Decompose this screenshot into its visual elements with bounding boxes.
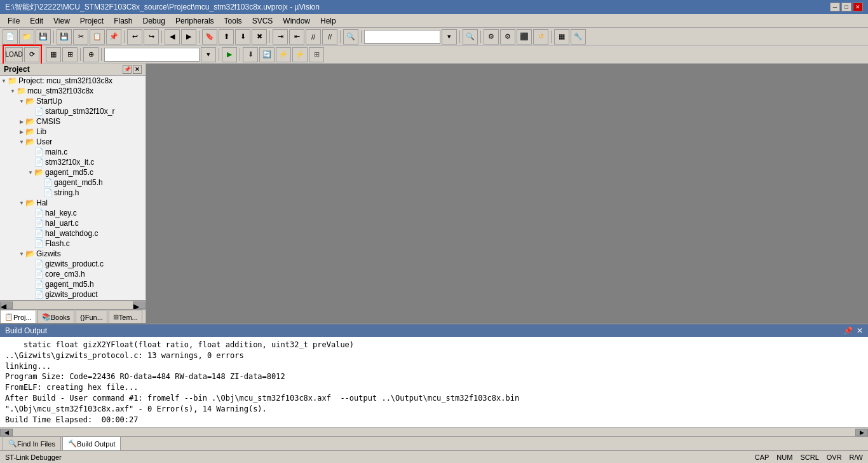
view-toggle[interactable]: ▦ [554, 29, 569, 45]
tree-expander[interactable]: ▼ [9, 86, 17, 95]
flash-download-btn[interactable]: ⬇ [243, 47, 258, 62]
tree-item[interactable]: 📄 Flash.c [0, 238, 146, 249]
tree-expander[interactable] [27, 148, 34, 156]
tree-item[interactable]: ▼ 📁 mcu_stm32f103c8x [0, 86, 146, 96]
tree-item[interactable]: ▼ 📂 StartUp [0, 96, 146, 106]
tree-expander[interactable]: ▼ [27, 168, 34, 177]
tree-expander[interactable] [27, 290, 34, 299]
target-btn[interactable]: ⊞ [62, 47, 78, 62]
stop-button[interactable]: ⬛ [517, 29, 532, 45]
menu-window[interactable]: Window [278, 14, 315, 27]
clear-bookmarks[interactable]: ✖ [252, 29, 267, 45]
tree-expander[interactable]: ▼ [18, 97, 25, 106]
target-combo-dropdown[interactable]: ▾ [442, 29, 457, 45]
reset-button[interactable]: ↺ [533, 29, 548, 45]
tree-expander[interactable]: ▼ [18, 249, 25, 258]
tree-item[interactable]: 📄 gizwits_product.c [0, 259, 146, 269]
project-btn[interactable]: ▦ [46, 47, 61, 62]
tab-fun[interactable]: {} Fun... [76, 310, 107, 323]
next-bookmark[interactable]: ⬇ [235, 29, 250, 45]
hscroll-left[interactable]: ◀ [0, 429, 13, 436]
tree-expander[interactable] [27, 219, 34, 228]
menu-view[interactable]: View [48, 14, 75, 27]
cut-button[interactable]: ✂ [73, 29, 88, 45]
tab-tem[interactable]: ⊞ Tem... [109, 310, 142, 323]
menu-peripherals[interactable]: Peripherals [170, 14, 219, 27]
tab-books[interactable]: 📚 Books [37, 310, 75, 323]
tree-item[interactable]: 📄 main.c [0, 147, 146, 157]
tree-item[interactable]: ▼ 📂 Hal [0, 198, 146, 208]
panel-hscroll[interactable]: ◀ ▶ [0, 300, 146, 309]
tree-expander[interactable] [27, 259, 34, 268]
tree-item[interactable]: 📄 string.h [0, 188, 146, 198]
tree-expander[interactable]: ▼ [0, 76, 8, 85]
load-btn1[interactable]: LOAD [5, 47, 23, 62]
tree-expander[interactable] [27, 107, 34, 116]
tree-item[interactable]: 📄 gizwits_product [0, 289, 146, 300]
settings-button[interactable]: ⚙ [484, 29, 499, 45]
find-button2[interactable]: 🔍 [463, 29, 478, 45]
paste-button[interactable]: 📌 [106, 29, 121, 45]
debug-settings-button[interactable]: ⚙ [500, 29, 515, 45]
maximize-button[interactable]: □ [841, 3, 851, 11]
tree-item[interactable]: 📄 startup_stm32f10x_r [0, 106, 146, 116]
pin-icon[interactable]: 📌 [843, 326, 853, 335]
tree-expander[interactable]: ▼ [18, 198, 25, 207]
editor-area[interactable] [146, 64, 868, 323]
tree-expander[interactable]: ▶ [18, 117, 25, 126]
close-button[interactable]: ✕ [853, 3, 863, 11]
tree-expander[interactable]: ▶ [18, 127, 25, 136]
hscroll-right[interactable]: ▶ [855, 429, 868, 436]
build-output-content[interactable]: static float gizX2YFloat(float ratio, fl… [0, 337, 868, 427]
tree-item[interactable]: ▼ 📁 Project: mcu_stm32f103c8x [0, 76, 146, 86]
build-output-hscroll[interactable]: ◀ ▶ [0, 427, 868, 436]
tab-proj[interactable]: 📋 Proj... [0, 310, 36, 323]
tree-item[interactable]: ▶ 📂 Lib [0, 127, 146, 137]
flash-btn5[interactable]: ⊞ [309, 47, 324, 62]
tree-expander[interactable] [27, 270, 34, 279]
flash-btn3[interactable]: ⚡ [276, 47, 291, 62]
tools-settings[interactable]: 🔧 [571, 29, 586, 45]
menu-debug[interactable]: Debug [138, 14, 170, 27]
tree-item[interactable]: 📄 hal_watchdog.c [0, 228, 146, 238]
tree-expander[interactable] [27, 239, 34, 248]
multicore-btn[interactable]: ⊕ [83, 47, 98, 62]
tree-expander[interactable] [36, 178, 43, 187]
search-button[interactable]: 🔍 [343, 29, 358, 45]
tree-item[interactable]: 📄 hal_key.c [0, 208, 146, 218]
tab-find-in-files[interactable]: 🔍 Find In Files [3, 436, 61, 450]
tree-item[interactable]: ▼ 📂 Gizwits [0, 249, 146, 259]
tree-item[interactable]: 📄 core_cm3.h [0, 269, 146, 279]
target-combo[interactable]: vect_ [364, 30, 440, 44]
indent-button[interactable]: ⇥ [273, 29, 288, 45]
run-btn[interactable]: ▶ [222, 47, 237, 62]
tree-item[interactable]: 📄 gagent_md5.h [0, 279, 146, 289]
tree-item[interactable]: ▼ 📂 User [0, 137, 146, 147]
tree-item[interactable]: ▼ 📂 gagent_md5.c [0, 167, 146, 177]
copy-button[interactable]: 📋 [90, 29, 105, 45]
tree-expander[interactable] [27, 158, 34, 167]
menu-flash[interactable]: Flash [109, 14, 137, 27]
menu-file[interactable]: File [3, 14, 25, 27]
tree-item[interactable]: ▶ 📂 CMSIS [0, 116, 146, 127]
save-all-button[interactable]: 💾 [57, 29, 72, 45]
prev-bookmark[interactable]: ⬆ [219, 29, 234, 45]
flash-btn4[interactable]: ⚡ [292, 47, 308, 62]
close-output-icon[interactable]: ✕ [857, 326, 863, 335]
tree-expander[interactable] [27, 229, 34, 238]
undo-button[interactable]: ↩ [127, 29, 142, 45]
tree-container[interactable]: ▼ 📁 Project: mcu_stm32f103c8x ▼ 📁 mcu_st… [0, 76, 146, 300]
open-file-button[interactable]: 📁 [19, 29, 34, 45]
menu-tools[interactable]: Tools [219, 14, 247, 27]
minimize-button[interactable]: ─ [830, 3, 840, 11]
panel-pin-btn[interactable]: 📌 [123, 65, 132, 74]
redo-button[interactable]: ↪ [144, 29, 159, 45]
nav-fwd-button[interactable]: ▶ [181, 29, 196, 45]
tree-item[interactable]: 📄 gagent_md5.h [0, 177, 146, 188]
panel-hscroll-right[interactable]: ▶ [133, 301, 146, 309]
tree-expander[interactable]: ▼ [18, 137, 25, 146]
menu-project[interactable]: Project [75, 14, 109, 27]
panel-close-btn[interactable]: ✕ [133, 65, 142, 74]
new-file-button[interactable]: 📄 [3, 29, 18, 45]
nav-back-button[interactable]: ◀ [165, 29, 180, 45]
